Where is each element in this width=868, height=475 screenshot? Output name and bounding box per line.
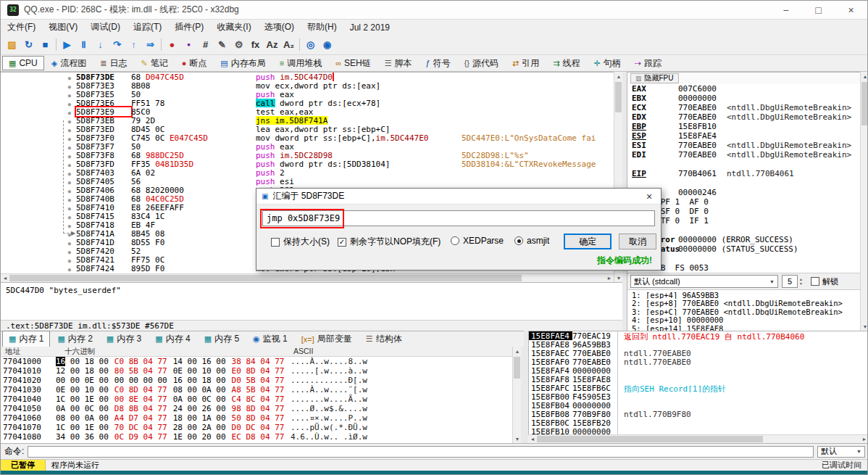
scroll-right-icon[interactable]: ► [860, 435, 868, 444]
scroll-up-icon[interactable]: ▲ [861, 72, 868, 80]
register-row[interactable]: GS 002B FS 0053 [627, 263, 860, 273]
tab-trace[interactable]: ⇢跟踪 [628, 55, 668, 72]
memory-row[interactable]: 7704101012 00 18 0080 5B 04 770E 00 10 0… [1, 366, 512, 376]
cancel-button[interactable]: 取消 [619, 234, 656, 249]
disasm-row[interactable]: ●5D8F73ED8D45 0Clea eax,dword ptr ss:[eb… [1, 125, 614, 133]
keep-size-checkbox[interactable]: 保持大小(S) [271, 236, 330, 248]
breakpoint-dot[interactable]: ● [68, 223, 71, 229]
register-row[interactable]: EIP770B4061ntdll.770B4061 [627, 169, 860, 178]
register-row[interactable] [627, 160, 860, 169]
memory-row[interactable]: 770410300E 00 10 00C0 8D 04 7708 00 0A 0… [1, 385, 512, 395]
register-row[interactable]: ESP15E8FAE4 [627, 131, 860, 141]
disasm-row[interactable]: ●5D8F73E985C0test eax,eax [1, 107, 614, 116]
call-arg-row[interactable]: 4: [esp+10] 00000000 [627, 315, 860, 323]
disasm-hscroll-thumb[interactable] [9, 275, 522, 281]
register-row[interactable] [627, 226, 860, 235]
tab-memory-3[interactable]: ▦内存 3 [100, 331, 148, 347]
scroll-up-icon[interactable]: ▲ [614, 72, 623, 80]
stack-row[interactable]: 15E8FAEC770EABE0ntdll.770EABE0 [529, 349, 868, 358]
assembler-icon[interactable]: Az [264, 37, 280, 53]
memory-row[interactable]: 770410500A 00 0C 00D8 8B 04 7724 00 26 0… [1, 404, 512, 413]
breakpoint-dot[interactable]: ● [68, 162, 71, 168]
close-button[interactable]: × [835, 1, 867, 19]
step-into-icon[interactable]: ↓ [92, 37, 109, 53]
call-arg-row[interactable]: 5: [esp+14] 15E8FAE8 [627, 324, 860, 331]
scroll-down-icon[interactable]: ▼ [513, 434, 522, 443]
breakpoint-dot[interactable]: ● [68, 189, 71, 194]
asmjit-radio[interactable]: asmjit [514, 236, 549, 246]
stack-row[interactable]: 15E8FAFC15E8FB6C指向SEH_Record[1]的指针 [529, 384, 868, 392]
tab-source[interactable]: {}源代码 [458, 55, 505, 72]
memory-row[interactable]: 7704108034 00 36 000C D9 04 771E 00 20 0… [1, 432, 512, 442]
scroll-down-icon[interactable]: ▼ [861, 322, 868, 331]
breakpoint-dot[interactable]: ● [68, 206, 71, 212]
tab-memory-2[interactable]: ▦内存 2 [51, 331, 99, 347]
memory-row[interactable]: 7704106008 00 0A 00A4 D7 04 7718 00 1A 0… [1, 413, 512, 423]
disasm-row[interactable]: ●5D8F73E38B08mov ecx,dword ptr ds:[eax] [1, 81, 614, 90]
tab-memory-5[interactable]: ▦内存 5 [198, 331, 246, 347]
tab-graph[interactable]: ◈流程图 [45, 55, 93, 72]
tab-notes[interactable]: ✎笔记 [134, 55, 174, 72]
menu-favourites[interactable]: 收藏夹(I) [210, 20, 257, 35]
menu-trace[interactable]: 追踪(T) [127, 20, 168, 35]
disasm-row[interactable]: ●5D8F73F750push eax [1, 142, 614, 151]
register-row[interactable]: ESI770EABE0<ntdll.DbgUiRemoteBreakin> [627, 141, 860, 150]
breakpoint-dot[interactable]: ● [68, 75, 71, 81]
unlock-checkbox[interactable]: 解锁 [811, 276, 838, 287]
breakpoint-icon[interactable]: ● [164, 37, 180, 53]
calling-convention-select[interactable]: 默认 (stdcall)▼ [630, 275, 778, 288]
disasm-row[interactable]: ●5D8F740556push esi [1, 177, 614, 186]
tab-log[interactable]: ≣日志 [93, 55, 133, 72]
register-row[interactable]: EFLAGS00000246 [627, 188, 860, 197]
breakpoint-dot[interactable]: ● [68, 171, 71, 177]
stop-icon[interactable]: ■ [37, 37, 54, 53]
register-row[interactable]: LastStatus00000000 (STATUS_SUCCESS) [627, 244, 860, 254]
tab-symbols[interactable]: ƒ符号 [420, 55, 457, 72]
patch-icon[interactable]: ▪ [180, 37, 197, 53]
command-script-select[interactable]: 默认▼ [817, 446, 865, 458]
scroll-right-icon[interactable]: ► [605, 274, 614, 283]
xedparse-radio[interactable]: XEDParse [451, 236, 504, 246]
dialog-close-icon[interactable]: × [638, 189, 661, 204]
register-row[interactable] [627, 178, 860, 188]
hash-icon[interactable]: # [197, 37, 214, 53]
memory-row[interactable]: 770410701C 00 1E 0070 DC 04 7728 00 2A 0… [1, 423, 512, 432]
register-row[interactable]: ECX770EABE0<ntdll.DbgUiRemoteBreakin> [627, 103, 860, 112]
disasm-row[interactable]: ●5D8F73E550push eax [1, 90, 614, 99]
menu-help[interactable]: 帮助(H) [301, 20, 343, 35]
tab-seh[interactable]: ∞SEH链 [329, 55, 377, 72]
stack-row[interactable]: 15E8FB0C15E8FB20 [529, 418, 868, 427]
settings-icon[interactable]: ⚙ [230, 37, 247, 53]
restart-icon[interactable]: ↻ [20, 37, 37, 53]
breakpoint-dot[interactable]: ● [68, 215, 71, 220]
nop-fill-checkbox[interactable]: ✓剩余字节以NOP填充(F) [338, 236, 441, 248]
registers-vscrollbar[interactable]: ▲ ▼ [860, 72, 868, 331]
dialog-title-bar[interactable]: ▣ 汇编于 5D8F73DE × [256, 189, 661, 205]
scroll-left-icon[interactable]: ◄ [1, 274, 9, 283]
stack-row[interactable]: 15E8FAF400000000 [529, 366, 868, 375]
register-row[interactable]: EBP15E8FB10 [627, 122, 860, 131]
maximize-button[interactable]: □ [802, 1, 835, 19]
tab-call-stack[interactable]: ≡调用堆栈 [273, 55, 328, 72]
scroll-up-icon[interactable]: ▲ [513, 347, 522, 355]
hide-fpu-button[interactable]: ▥隐藏FPU [630, 73, 679, 83]
scylla-icon[interactable]: ◎ [302, 37, 319, 53]
breakpoint-dot[interactable]: ● [68, 258, 71, 264]
tab-memory-1[interactable]: ▦内存 1 [2, 331, 50, 347]
tab-handles[interactable]: ✛句柄 [587, 55, 627, 72]
calculator-icon[interactable]: fx [247, 37, 264, 53]
scroll-down-icon[interactable]: ▼ [614, 273, 623, 282]
breakpoint-dot[interactable]: ● [68, 136, 71, 142]
register-row[interactable]: LastError00000000 (ERROR_SUCCESS) [627, 235, 860, 244]
breakpoint-dot[interactable]: ● [68, 249, 71, 255]
stack-row[interactable]: 15E8FB0400000000 [529, 401, 868, 410]
stack-row[interactable]: 15E8FB00F45905E3 [529, 392, 868, 401]
spin-down-icon[interactable]: ▼ [799, 281, 803, 286]
stack-row[interactable]: 15E8FAE896A59BB3 [529, 340, 868, 349]
tab-script[interactable]: ☰脚本 [378, 55, 419, 72]
call-arg-row[interactable]: 1: [esp+4] 96A59BB3 [627, 291, 860, 299]
string-search-icon[interactable]: A₂ [280, 37, 297, 53]
stack-row[interactable]: 15E8FAE4770EAC19返回到 ntdll.770EAC19 自 ntd… [529, 331, 868, 340]
disasm-row[interactable]: ●5D8F73FDFF35 0481D35Dpush dword ptr ds:… [1, 160, 614, 168]
disasm-row[interactable]: ●5D8F73DE68 D047C45Dpush im.5DC447D0 [1, 73, 614, 81]
